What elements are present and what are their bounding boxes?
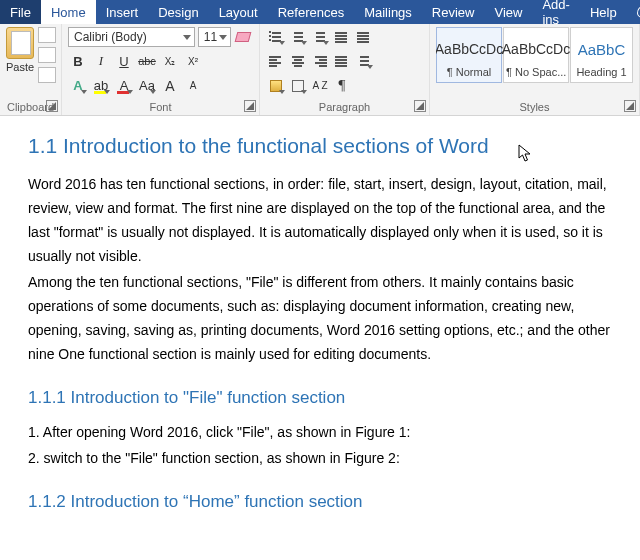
tab-mailings[interactable]: Mailings: [354, 0, 422, 24]
tab-review[interactable]: Review: [422, 0, 485, 24]
outdent-icon: [335, 31, 349, 43]
paragraph-text: Among the ten functional sections, "File…: [28, 270, 612, 366]
tab-file[interactable]: File: [0, 0, 41, 24]
show-marks-button[interactable]: ¶: [332, 76, 352, 96]
chevron-down-icon: [81, 90, 87, 94]
chevron-down-icon: [219, 35, 227, 40]
cut-button[interactable]: [38, 27, 56, 43]
justify-button[interactable]: [332, 51, 352, 71]
increase-indent-button[interactable]: [354, 27, 374, 47]
style-heading1[interactable]: AaBbC Heading 1: [570, 27, 633, 83]
style-preview: AaBbCcDc: [436, 32, 503, 66]
style-preview: AaBbCcDc: [502, 32, 570, 66]
chevron-down-icon: [301, 90, 307, 94]
underline-button[interactable]: U: [114, 51, 134, 71]
font-group-label: Font: [68, 100, 253, 114]
chevron-down-icon: [183, 35, 191, 40]
bullets-button[interactable]: [266, 27, 286, 47]
paragraph-text: 2. switch to the "File" function section…: [28, 446, 612, 470]
tell-me[interactable]: Te: [627, 0, 640, 24]
multilevel-button[interactable]: [310, 27, 330, 47]
superscript-button[interactable]: X²: [183, 51, 203, 71]
font-size-value: 11: [204, 30, 217, 44]
font-name-combo[interactable]: Calibri (Body): [68, 27, 195, 47]
style-preview: AaBbC: [578, 32, 626, 66]
chevron-down-icon: [279, 90, 285, 94]
shading-button[interactable]: [266, 76, 286, 96]
chevron-down-icon: [279, 41, 285, 45]
paragraph-text: 1. After opening Word 2016, click "File"…: [28, 420, 612, 444]
tab-addins[interactable]: Add-ins: [532, 0, 579, 24]
grow-font-button[interactable]: A: [160, 76, 180, 96]
tab-design[interactable]: Design: [148, 0, 208, 24]
menu-bar: File Home Insert Design Layout Reference…: [0, 0, 640, 24]
indent-icon: [357, 31, 371, 43]
copy-button[interactable]: [38, 47, 56, 63]
paste-label: Paste: [6, 61, 34, 73]
style-no-spacing[interactable]: AaBbCcDc ¶ No Spac...: [503, 27, 569, 83]
tab-home[interactable]: Home: [41, 0, 96, 24]
tab-layout[interactable]: Layout: [209, 0, 268, 24]
strike-button[interactable]: abc: [137, 51, 157, 71]
justify-icon: [335, 55, 349, 67]
clear-formatting-button[interactable]: [234, 27, 253, 47]
style-name: Heading 1: [576, 66, 626, 78]
heading-2: 1.1.2 Introduction to “Home” function se…: [28, 492, 612, 512]
align-left-icon: [269, 55, 283, 67]
style-name: ¶ No Spac...: [506, 66, 566, 78]
chevron-down-icon: [367, 65, 373, 69]
font-size-combo[interactable]: 11: [198, 27, 231, 47]
text-effects-button[interactable]: A: [68, 76, 88, 96]
numbering-button[interactable]: [288, 27, 308, 47]
group-font: Calibri (Body) 11 B I U abc X₂ X² A ab A…: [62, 24, 260, 115]
font-name-value: Calibri (Body): [74, 30, 147, 44]
subscript-button[interactable]: X₂: [160, 51, 180, 71]
chevron-down-icon: [323, 41, 329, 45]
font-launcher[interactable]: [244, 100, 256, 112]
shrink-font-button[interactable]: A: [183, 76, 203, 96]
change-case-button[interactable]: Aa: [137, 76, 157, 96]
clipboard-launcher[interactable]: [46, 100, 58, 112]
group-styles: AaBbCcDc ¶ Normal AaBbCcDc ¶ No Spac... …: [430, 24, 640, 115]
heading-1: 1.1 Introduction to the functional secti…: [28, 134, 612, 158]
align-right-icon: [313, 55, 327, 67]
document-body[interactable]: 1.1 Introduction to the functional secti…: [0, 116, 640, 560]
tab-references[interactable]: References: [268, 0, 354, 24]
bold-button[interactable]: B: [68, 51, 88, 71]
paste-button[interactable]: Paste: [6, 27, 34, 83]
heading-2: 1.1.1 Introduction to "File" function se…: [28, 388, 612, 408]
group-clipboard: Paste Clipboard: [0, 24, 62, 115]
line-spacing-button[interactable]: [354, 51, 374, 71]
paragraph-launcher[interactable]: [414, 100, 426, 112]
align-center-icon: [291, 55, 305, 67]
tab-help[interactable]: Help: [580, 0, 627, 24]
align-center-button[interactable]: [288, 51, 308, 71]
italic-button[interactable]: I: [91, 51, 111, 71]
styles-gallery[interactable]: AaBbCcDc ¶ Normal AaBbCcDc ¶ No Spac... …: [436, 27, 633, 83]
borders-button[interactable]: [288, 76, 308, 96]
chevron-down-icon: [150, 90, 156, 94]
align-left-button[interactable]: [266, 51, 286, 71]
sort-button[interactable]: A Z: [310, 76, 330, 96]
style-name: ¶ Normal: [447, 66, 491, 78]
eraser-icon: [235, 32, 252, 42]
highlight-button[interactable]: ab: [91, 76, 111, 96]
chevron-down-icon: [104, 90, 110, 94]
chevron-down-icon: [127, 90, 133, 94]
ribbon: Paste Clipboard Calibri (Body) 11 B I U …: [0, 24, 640, 116]
paste-icon: [6, 27, 34, 59]
tab-insert[interactable]: Insert: [96, 0, 149, 24]
bulb-icon: [637, 6, 640, 18]
font-color-button[interactable]: A: [114, 76, 134, 96]
paragraph-text: Word 2016 has ten functional sections, i…: [28, 172, 612, 268]
format-painter-button[interactable]: [38, 67, 56, 83]
tab-view[interactable]: View: [484, 0, 532, 24]
decrease-indent-button[interactable]: [332, 27, 352, 47]
styles-launcher[interactable]: [624, 100, 636, 112]
align-right-button[interactable]: [310, 51, 330, 71]
styles-group-label: Styles: [436, 100, 633, 114]
group-paragraph: A Z ¶ Paragraph: [260, 24, 430, 115]
paragraph-group-label: Paragraph: [266, 100, 423, 114]
chevron-down-icon: [301, 41, 307, 45]
style-normal[interactable]: AaBbCcDc ¶ Normal: [436, 27, 502, 83]
